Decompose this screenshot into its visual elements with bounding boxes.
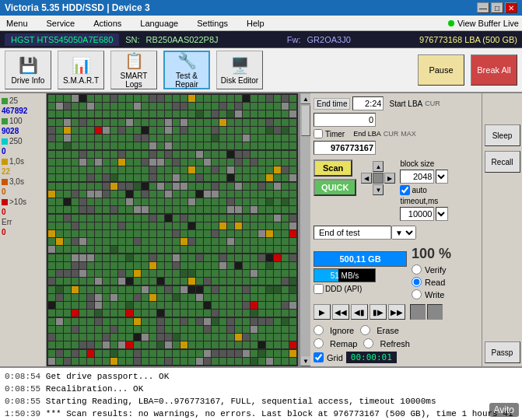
scroll-up-arrow[interactable]: ▲ [300,93,311,104]
stat-3s-value: 0 [2,187,44,196]
erase-radio[interactable] [360,325,370,335]
stat-color-3s [2,179,8,185]
ignore-radio[interactable] [314,325,324,335]
stats-panel: 25 467892 100 9028 250 0 1,0s 22 3,0s [0,93,47,366]
window-controls: — □ ✕ [477,2,517,13]
write-radio-row: Write [412,289,451,299]
disk-editor-button[interactable]: 🖥️ Disk Editor [216,51,263,89]
smart-label: S.M.A.R.T [63,76,99,85]
auto-label: auto [412,186,426,194]
erase-label: Erase [377,326,399,335]
block-size-input[interactable] [400,170,434,184]
timer-checkbox[interactable] [314,129,323,138]
arrow-up-button[interactable]: ▲ [373,161,384,172]
drive-info-icon: 💾 [19,56,38,75]
stat-250-value: 0 [2,147,44,156]
step-back-button[interactable]: ◀▮ [351,304,368,320]
arrow-down-button[interactable]: ▼ [373,184,384,195]
test-repair-button[interactable]: 🔧 Test & Repair [163,51,210,89]
stat-value-250: 0 [2,147,6,156]
remap-radio[interactable] [314,338,324,348]
timeout-input[interactable] [400,207,434,221]
end-time-input[interactable] [352,96,384,110]
stat-color-1s [2,159,8,165]
start-lba-input[interactable] [314,113,376,127]
stat-color-err [2,199,8,205]
stat-value-1s: 22 [2,167,10,176]
sleep-button[interactable]: Sleep [485,124,520,146]
side-buttons: Sleep Recall Passp [482,93,522,366]
stat-label-err: Err [2,218,44,226]
vertical-scrollbar[interactable]: ▲ ▼ [300,93,310,366]
end-button[interactable]: ▶▶ [388,304,405,320]
scroll-down-arrow[interactable]: ▼ [300,355,311,366]
scan-button[interactable]: Scan [314,159,352,177]
view-buffer-label[interactable]: View Buffer Live [457,19,519,28]
verify-radio[interactable] [412,264,422,275]
menu-item-help[interactable]: Help [243,19,268,28]
timeout-select[interactable]: ▼ [436,207,448,221]
scroll-thumb[interactable] [301,105,310,136]
grid-time: 00:00:01 [346,352,397,363]
break-all-button[interactable]: Break All [471,54,517,86]
grid-checkbox[interactable] [314,352,324,362]
stat-value-err: 0 [2,228,6,236]
read-radio[interactable] [412,277,422,287]
menu-item-service[interactable]: Service [44,19,79,28]
quick-button[interactable]: QUICK [314,179,356,196]
status-indicator [410,304,426,320]
back-button[interactable]: ◀◀ [332,304,349,320]
app-title: Victoria 5.35 HDD/SSD | Device 3 [5,2,150,13]
options-row: Ignore Erase [314,325,478,335]
maximize-button[interactable]: □ [491,2,503,13]
pause-button[interactable]: Pause [418,54,464,86]
menu-item-settings[interactable]: Settings [194,19,231,28]
stat-label-250: 250 [9,137,44,145]
close-button[interactable]: ✕ [505,2,517,13]
stat-label-10s: >10s [9,198,44,206]
auto-checkbox[interactable] [400,185,410,195]
minimize-button[interactable]: — [477,2,489,13]
menu-item-actions[interactable]: Actions [90,19,124,28]
speed-bar: 51 MB/s [314,268,376,282]
stat-250: 250 [2,137,44,145]
view-buffer[interactable]: View Buffer Live [448,19,519,28]
arrow-left-button[interactable]: ◀ [361,173,372,184]
menu-item-language[interactable]: Language [137,19,181,28]
write-radio[interactable] [412,289,422,299]
step-fwd-button[interactable]: ▮▶ [370,304,387,320]
timer-label: Timer [325,130,345,138]
end-of-test-select[interactable]: ▼ [391,226,416,240]
block-size-select[interactable]: ▼ [436,170,448,184]
percent-display: 100 % [412,246,451,262]
remap-label: Remap [330,339,357,348]
scroll-track[interactable] [300,104,310,355]
stat-25: 25 [2,96,44,105]
menu-item-menu[interactable]: Menu [3,19,31,28]
refresh-label: Refresh [380,339,410,348]
recall-button[interactable]: Recall [485,151,520,173]
drive-info-button[interactable]: 💾 Drive Info [5,51,51,89]
drive-tab[interactable]: HGST HTS545050A7E680 [5,33,119,46]
log-line: 1:50:39 *** Scan results: no warnings, n… [5,408,517,420]
smart-logs-button[interactable]: 📋 SMART Logs [110,51,157,89]
end-of-test-display: End of test [314,226,391,240]
stat-value-3s: 0 [2,187,6,196]
drive-bar: HGST HTS545050A7E680 SN: RB250AAS022P8J … [0,31,522,48]
refresh-radio[interactable] [363,338,373,348]
ddd-api-label: DDD (API) [325,285,362,293]
fw-label: Fw: [287,35,301,44]
fw-value: GR2OA3J0 [307,35,351,44]
smart-button[interactable]: 📊 S.M.A.R.T [58,51,104,89]
play-button[interactable]: ▶ [314,304,331,320]
log-area: 0:08:54 Get drive passport... OK0:08:55 … [0,366,522,420]
arrow-right-button[interactable]: ▶ [384,173,395,184]
test-repair-label: Test & Repair [165,72,208,89]
lba-info: 976773168 LBA (500 GB) [419,35,517,44]
passp-button[interactable]: Passp [485,341,520,363]
smart-icon: 📊 [72,56,91,75]
read-radio-row: Read [412,277,451,287]
end-lba-input[interactable] [314,141,376,155]
ddd-api-checkbox[interactable] [314,284,324,294]
grid-label: Grid [327,353,343,362]
